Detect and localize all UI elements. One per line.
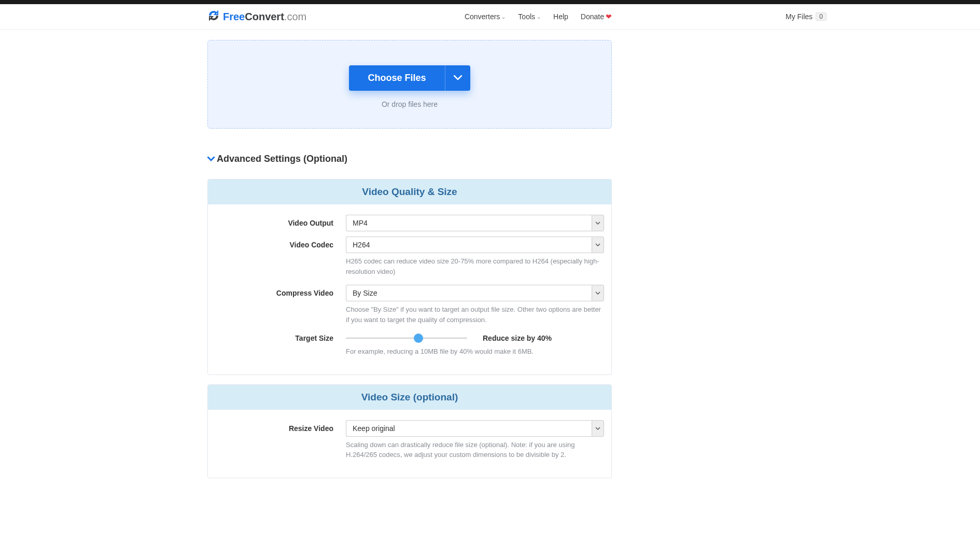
- video-codec-select[interactable]: H264: [346, 237, 604, 253]
- resize-video-select[interactable]: Keep original: [346, 420, 604, 437]
- chevron-down-icon: [592, 420, 604, 437]
- video-size-panel: Video Size (optional) Resize Video Keep …: [207, 384, 612, 478]
- advanced-settings-label: Advanced Settings (Optional): [217, 154, 347, 164]
- my-files-label: My Files: [786, 12, 813, 21]
- compress-video-value: By Size: [346, 285, 592, 301]
- field-compress-video: Compress Video By Size Choose "By Size" …: [215, 285, 604, 325]
- slider-track: [346, 338, 467, 339]
- field-video-codec: Video Codec H264 H265 codec can reduce v…: [215, 237, 604, 276]
- header-inner: FreeConvert.com Converters ⌄ Tools ⌄ Hel…: [207, 9, 612, 24]
- nav-help[interactable]: Help: [553, 12, 568, 21]
- chevron-down-icon: [592, 285, 604, 301]
- compress-video-label: Compress Video: [215, 285, 346, 297]
- browser-chrome-bar: [0, 0, 980, 4]
- compress-video-help: Choose "By Size" if you want to target a…: [346, 304, 604, 325]
- panel-title: Video Quality & Size: [208, 179, 611, 204]
- video-codec-label: Video Codec: [215, 237, 346, 249]
- chevron-down-icon: [454, 74, 462, 82]
- chevron-down-icon: ⌄: [537, 14, 541, 20]
- chevron-down-icon: [592, 215, 604, 231]
- target-size-slider[interactable]: [346, 333, 467, 343]
- nav-converters-label: Converters: [465, 12, 500, 21]
- nav: Converters ⌄ Tools ⌄ Help Donate ❤: [465, 12, 612, 21]
- target-size-help: For example, reducing a 10MB file by 40%…: [346, 346, 604, 357]
- drop-hint: Or drop files here: [208, 100, 611, 108]
- resize-video-label: Resize Video: [215, 420, 346, 433]
- compress-video-select[interactable]: By Size: [346, 285, 604, 301]
- file-dropzone[interactable]: Choose Files Or drop files here: [207, 40, 612, 129]
- nav-donate-label: Donate: [581, 12, 604, 21]
- choose-files-group: Choose Files: [349, 65, 470, 91]
- advanced-settings-toggle[interactable]: Advanced Settings (Optional): [207, 154, 612, 164]
- video-output-select[interactable]: MP4: [346, 215, 604, 231]
- panel-title: Video Size (optional): [208, 385, 611, 410]
- nav-converters[interactable]: Converters ⌄: [465, 12, 506, 21]
- panel-body: Video Output MP4 Video Codec H264: [208, 204, 611, 374]
- field-target-size: Target Size Reduce size by 40% For examp…: [215, 333, 604, 357]
- video-codec-help: H265 codec can reduce video size 20-75% …: [346, 256, 604, 276]
- resize-video-help: Scaling down can drastically reduce file…: [346, 440, 604, 460]
- main: Choose Files Or drop files here Advanced…: [207, 40, 612, 478]
- target-size-label: Target Size: [215, 333, 346, 342]
- video-output-value: MP4: [346, 215, 592, 231]
- panel-body: Resize Video Keep original Scaling down …: [208, 410, 611, 478]
- nav-tools-label: Tools: [518, 12, 535, 21]
- video-quality-panel: Video Quality & Size Video Output MP4 Vi…: [207, 179, 612, 375]
- chevron-down-icon: [207, 155, 215, 164]
- resize-video-value: Keep original: [346, 420, 592, 437]
- video-output-label: Video Output: [215, 215, 346, 227]
- my-files-link[interactable]: My Files 0: [786, 12, 827, 21]
- chevron-down-icon: [592, 237, 604, 253]
- refresh-icon: [207, 9, 220, 24]
- logo-text: FreeConvert.com: [223, 11, 306, 23]
- chevron-down-icon: ⌄: [501, 14, 506, 20]
- target-size-value: Reduce size by 40%: [483, 334, 552, 342]
- field-video-output: Video Output MP4: [215, 215, 604, 231]
- choose-files-button[interactable]: Choose Files: [349, 65, 444, 91]
- logo[interactable]: FreeConvert.com: [207, 9, 306, 24]
- my-files-count: 0: [816, 12, 827, 21]
- choose-files-dropdown-button[interactable]: [445, 65, 470, 91]
- video-codec-value: H264: [346, 237, 592, 253]
- nav-tools[interactable]: Tools ⌄: [518, 12, 541, 21]
- header: FreeConvert.com Converters ⌄ Tools ⌄ Hel…: [0, 4, 980, 30]
- nav-help-label: Help: [553, 12, 568, 21]
- nav-donate[interactable]: Donate ❤: [581, 12, 612, 21]
- slider-thumb[interactable]: [414, 333, 423, 343]
- field-resize-video: Resize Video Keep original Scaling down …: [215, 420, 604, 460]
- heart-icon: ❤: [606, 12, 612, 21]
